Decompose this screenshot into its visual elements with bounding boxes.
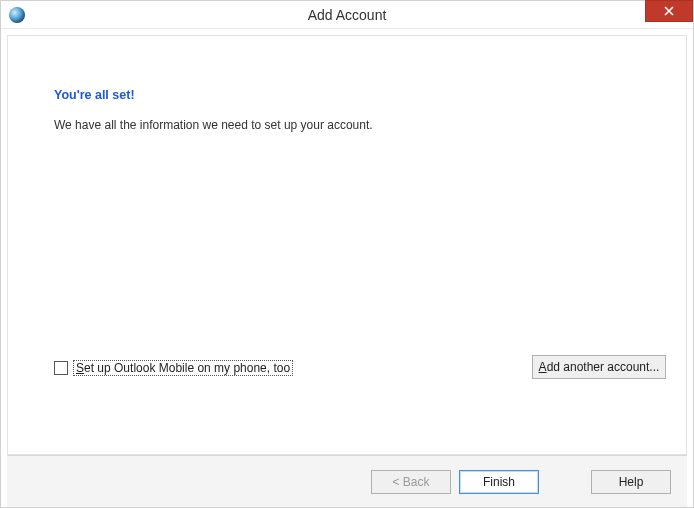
page-description: We have all the information we need to s… [54, 118, 640, 132]
add-another-account-button[interactable]: Add another account... [532, 355, 666, 379]
close-icon [664, 6, 674, 16]
content-outer: You're all set! We have all the informat… [1, 29, 693, 507]
add-account-window: Add Account You're all set! We have all … [0, 0, 694, 508]
help-button[interactable]: Help [591, 470, 671, 494]
globe-icon [9, 7, 25, 23]
mobile-checkbox[interactable] [54, 361, 68, 375]
mobile-checkbox-row[interactable]: Set up Outlook Mobile on my phone, too [54, 360, 293, 376]
footer-bar: < Back Finish Help [7, 455, 687, 507]
window-title: Add Account [308, 7, 387, 23]
page-heading: You're all set! [54, 88, 640, 102]
titlebar: Add Account [1, 1, 693, 29]
back-button: < Back [371, 470, 451, 494]
content-pane: You're all set! We have all the informat… [7, 35, 687, 455]
finish-button[interactable]: Finish [459, 470, 539, 494]
close-button[interactable] [645, 0, 693, 22]
mobile-checkbox-label[interactable]: Set up Outlook Mobile on my phone, too [73, 360, 293, 376]
